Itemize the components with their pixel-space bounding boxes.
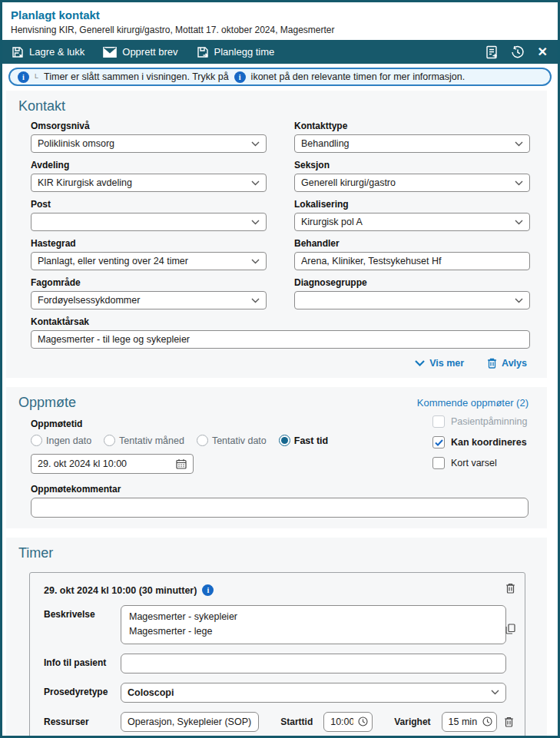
field-fagomrade: Fagområde Fordøyelsessykdommer bbox=[31, 277, 267, 309]
checkbox-box bbox=[432, 415, 445, 428]
avlys-link[interactable]: Avlys bbox=[487, 358, 527, 369]
banner-text-after: ikonet på den relevante timen for mer in… bbox=[251, 71, 466, 82]
hastegrad-select[interactable]: Planlagt, eller venting over 24 timer bbox=[31, 252, 267, 270]
oppmotekommentar-input[interactable] bbox=[31, 498, 529, 518]
clock-icon bbox=[358, 716, 368, 726]
plan-appointment-button[interactable]: Planlegg time bbox=[197, 46, 275, 58]
kontakttype-value: Behandling bbox=[301, 138, 510, 149]
checkbox-box bbox=[432, 457, 445, 469]
field-omsorgsniva: Omsorgsnivå Poliklinisk omsorg bbox=[31, 121, 267, 153]
close-icon[interactable]: ✕ bbox=[538, 46, 548, 58]
field-diagnosegruppe: Diagnosegruppe bbox=[294, 277, 530, 309]
appointment-trash-icon[interactable] bbox=[505, 583, 515, 594]
resource-trash-icon[interactable] bbox=[504, 716, 514, 727]
field-avdeling: Avdeling KIR Kirurgisk avdeling bbox=[31, 160, 267, 192]
oppmote-date-input[interactable]: 29. okt 2024 kl 10:00 bbox=[31, 454, 194, 474]
prosedyretype-row: Prosedyretype Coloscopi bbox=[44, 683, 514, 703]
resource-name-input[interactable]: Operasjon, Sykepleier (SOP) bbox=[121, 712, 259, 732]
copy-icon[interactable] bbox=[505, 624, 515, 634]
info-til-pasient-label: Info til pasient bbox=[44, 657, 121, 668]
post-select[interactable] bbox=[31, 213, 267, 231]
oppmotetid-label: Oppmøtetid bbox=[31, 419, 369, 429]
field-kontaktarsak: Kontaktårsak Magesmerter - til lege og s… bbox=[31, 316, 530, 349]
chevron-down-icon bbox=[251, 298, 260, 303]
fagomrade-label: Fagområde bbox=[31, 277, 267, 288]
oppmotetid-radio-group: Ingen dato Tentativ måned Tentativ dato … bbox=[31, 435, 369, 446]
resource-row: Ressurser Operasjon, Sykepleier (SOP) St… bbox=[44, 712, 514, 732]
kontaktarsak-label: Kontaktårsak bbox=[31, 316, 530, 327]
chevron-down-icon bbox=[415, 360, 425, 366]
radio-ingen-dato[interactable]: Ingen dato bbox=[31, 435, 91, 446]
checkbox-kort-varsel[interactable]: Kort varsel bbox=[432, 457, 527, 469]
radio-fast-tid[interactable]: Fast tid bbox=[279, 435, 328, 446]
diagnosegruppe-select[interactable] bbox=[294, 291, 530, 309]
create-letter-button[interactable]: Opprett brev bbox=[103, 46, 177, 58]
chevron-down-icon bbox=[515, 141, 523, 147]
radio-tentativ-maned[interactable]: Tentativ måned bbox=[104, 435, 184, 446]
post-label: Post bbox=[31, 199, 267, 210]
varighet-label: Varighet bbox=[394, 716, 430, 727]
starttid-input[interactable]: 10:00 bbox=[323, 712, 373, 732]
seksjon-value: Generell kirurgi/gastro bbox=[301, 177, 510, 188]
kontaktarsak-input[interactable]: Magesmerter - til lege og sykepleier bbox=[31, 330, 530, 349]
envelope-icon bbox=[103, 47, 117, 58]
varighet-value: 15 min bbox=[449, 716, 478, 727]
avdeling-value: KIR Kirurgisk avdeling bbox=[38, 177, 247, 188]
radio-circle bbox=[31, 435, 42, 446]
omsorgsniva-label: Omsorgsnivå bbox=[31, 121, 267, 131]
behandler-value: Arena, Kliniker, Testsykehuset Hf bbox=[301, 256, 523, 266]
oppmote-checkbox-column: Pasientpåminning Kan koordineres Kort va… bbox=[432, 415, 527, 469]
appointment-title: 29. okt 2024 kl 10:00 (30 minutter) bbox=[44, 585, 197, 596]
trash-icon bbox=[487, 358, 497, 369]
prosedyretype-label: Prosedyretype bbox=[44, 687, 121, 697]
page-title: Planlagt kontakt bbox=[11, 8, 548, 22]
prosedyretype-select[interactable]: Coloscopi bbox=[121, 683, 506, 703]
history-icon[interactable] bbox=[511, 45, 525, 59]
journal-note-icon[interactable] bbox=[485, 45, 498, 59]
referral-subtitle: Henvisning KIR, Generell kirurgi/gastro,… bbox=[11, 25, 548, 35]
checkbox-box bbox=[432, 436, 445, 448]
calendar-icon bbox=[176, 458, 187, 469]
timer-section: Timer 29. okt 2024 kl 10:00 (30 minutter… bbox=[6, 538, 547, 738]
omsorgsniva-select[interactable]: Poliklinisk omsorg bbox=[31, 134, 267, 153]
kommende-oppmoter-link[interactable]: Kommende oppmøter (2) bbox=[417, 397, 529, 409]
seksjon-select[interactable]: Generell kirurgi/gastro bbox=[294, 174, 530, 192]
info-til-pasient-input[interactable] bbox=[121, 654, 506, 673]
radio-tentativ-dato[interactable]: Tentativ dato bbox=[197, 435, 267, 446]
chevron-down-icon bbox=[251, 259, 260, 264]
radio-circle bbox=[279, 435, 290, 446]
info-til-pasient-row: Info til pasient bbox=[44, 654, 514, 673]
radio-label: Ingen dato bbox=[46, 435, 91, 446]
avlys-label: Avlys bbox=[502, 358, 527, 369]
beskrivelse-textarea[interactable]: Magesmerter - sykepleier Magesmerter - l… bbox=[121, 605, 506, 644]
chevron-down-icon bbox=[251, 220, 260, 225]
varighet-input[interactable]: 15 min bbox=[442, 712, 497, 732]
chevron-down-icon bbox=[491, 690, 499, 695]
checkbox-pasientpaminning[interactable]: Pasientpåminning bbox=[432, 415, 527, 428]
starttid-label: Starttid bbox=[280, 716, 313, 727]
save-close-icon bbox=[12, 46, 24, 58]
toolbar-right-group: ✕ bbox=[485, 45, 548, 59]
save-and-close-button[interactable]: Lagre & lukk bbox=[12, 46, 84, 58]
field-behandler: Behandler Arena, Kliniker, Testsykehuset… bbox=[294, 238, 530, 270]
field-oppmotekommentar: Oppmøtekommentar bbox=[31, 484, 529, 518]
oppmotekommentar-label: Oppmøtekommentar bbox=[31, 484, 529, 495]
save-and-close-label: Lagre & lukk bbox=[29, 46, 84, 58]
kontakttype-select[interactable]: Behandling bbox=[294, 134, 530, 153]
checkbox-kan-koordineres[interactable]: Kan koordineres bbox=[432, 436, 527, 448]
chevron-down-icon bbox=[251, 180, 260, 186]
vis-mer-link[interactable]: Vis mer bbox=[415, 358, 464, 369]
fagomrade-select[interactable]: Fordøyelsessykdommer bbox=[31, 291, 267, 309]
behandler-label: Behandler bbox=[294, 238, 530, 249]
banner-marker: L bbox=[35, 72, 38, 80]
chevron-down-icon bbox=[515, 298, 523, 303]
appointment-info-icon[interactable]: i bbox=[202, 584, 214, 596]
info-banner: i L Timer er slått sammen i visningen. T… bbox=[8, 68, 552, 86]
lokalisering-select[interactable]: Kirurgisk pol A bbox=[294, 213, 530, 231]
avdeling-select[interactable]: KIR Kirurgisk avdeling bbox=[31, 174, 267, 192]
behandler-input[interactable]: Arena, Kliniker, Testsykehuset Hf bbox=[294, 252, 530, 270]
plan-appointment-label: Planlegg time bbox=[214, 46, 275, 58]
checkbox-label: Kan koordineres bbox=[451, 437, 527, 448]
kontakt-heading: Kontakt bbox=[6, 91, 547, 114]
oppmote-date-value: 29. okt 2024 kl 10:00 bbox=[38, 458, 171, 469]
